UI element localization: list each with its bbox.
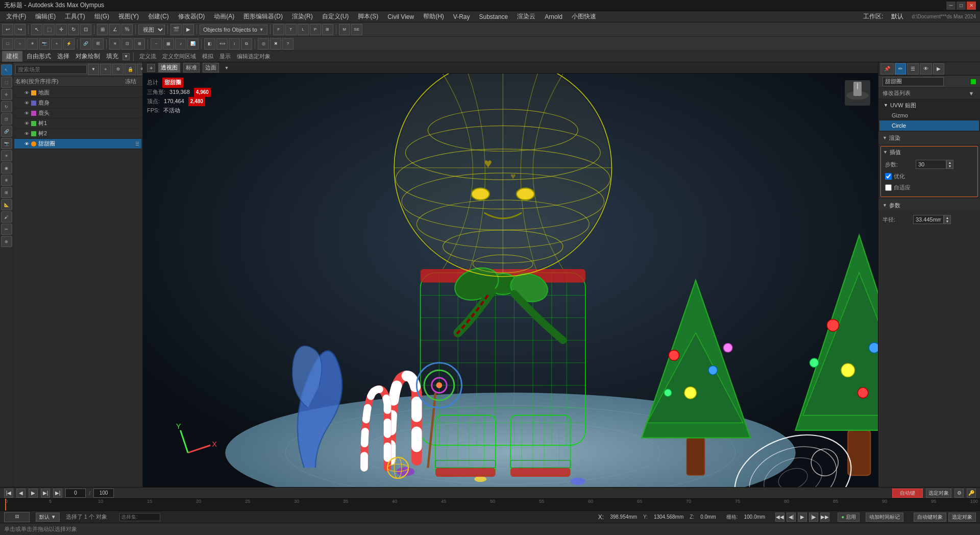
rp-tab-motion[interactable]: ▶ (933, 63, 944, 75)
view-dropdown[interactable]: 视图 (138, 25, 165, 35)
link-btn[interactable]: 🔗 (80, 38, 91, 50)
next-key-btn[interactable]: |▶ (809, 513, 818, 522)
spacing-btn[interactable]: ↕ (229, 38, 240, 50)
scene-vis-btn[interactable]: 👁 (137, 64, 142, 75)
menu-edit[interactable]: 编辑(E) (31, 11, 60, 22)
menu-create[interactable]: 创建(C) (144, 11, 173, 22)
quick-align-btn[interactable]: ⊡ (121, 38, 133, 50)
toolbar3-settings[interactable]: ▼ (122, 53, 130, 60)
display-btn[interactable]: 显示 (217, 53, 233, 60)
render-button[interactable]: ▶ (183, 24, 194, 35)
tree-item-tree2[interactable]: 👁 树2 (14, 129, 141, 139)
rp-tab-edit[interactable]: ✏ (895, 63, 906, 75)
time-tag-btn[interactable]: 动加时间标记 (866, 513, 903, 522)
current-frame-input[interactable] (65, 489, 86, 498)
tool-camera[interactable]: 📷 (1, 138, 12, 149)
track-view-btn[interactable]: 📊 (187, 38, 199, 50)
define-flow-btn[interactable]: 定义流 (137, 53, 158, 60)
create-helper-btn[interactable]: + (51, 38, 62, 50)
tool-slice[interactable]: ✂ (1, 224, 12, 235)
angle-snap-button[interactable]: ∠ (109, 24, 120, 35)
menu-custom[interactable]: 自定义(U) (318, 11, 353, 22)
tree-item-donut[interactable]: 👁 甜甜圈 ☰ (14, 139, 141, 149)
tab-populate[interactable]: 填充 (104, 52, 120, 61)
rp-tab-display[interactable]: 👁 (920, 63, 932, 75)
menu-civil-view[interactable]: Civil View (383, 12, 418, 21)
steps-spinner[interactable]: ▲ ▼ (946, 160, 953, 169)
array-btn[interactable]: ⊞ (134, 38, 145, 50)
menu-script[interactable]: 脚本(S) (354, 11, 382, 22)
menu-arnold[interactable]: Arnold (541, 12, 567, 21)
mod-stack-uvw[interactable]: ▼ UVW 贴图 (879, 100, 979, 110)
front-view-btn[interactable]: F (273, 24, 284, 35)
prev-key-btn[interactable]: ◀| (787, 513, 796, 522)
render-section-header[interactable]: ▼ 渲染 (878, 132, 980, 143)
auto-key-final-btn[interactable]: 自动键对象 (914, 513, 946, 522)
total-frames-input[interactable] (93, 489, 114, 498)
rp-tab-stack[interactable]: ☰ (907, 63, 919, 75)
tool-paint[interactable]: 🖌 (1, 211, 12, 223)
top-view-btn[interactable]: T (285, 24, 297, 35)
radius-spinner[interactable]: ▲ ▼ (944, 215, 951, 224)
play-back-btn[interactable]: ◀◀ (775, 513, 785, 522)
timeline-play-btn[interactable]: ▶ (29, 489, 38, 498)
percent-snap-button[interactable]: % (121, 24, 133, 35)
select-button[interactable]: ↖ (31, 24, 42, 35)
tree-item-body[interactable]: 👁 鹿身 (14, 98, 141, 108)
tool-move[interactable]: ✛ (1, 89, 12, 100)
timeline-prev-frame-btn[interactable]: ◀ (16, 489, 26, 498)
mode-dropdown[interactable]: 默认 ▼ (36, 513, 60, 522)
timeline-track[interactable]: 0 5 10 15 20 25 30 35 40 45 50 55 60 65 … (0, 499, 980, 510)
isolate-btn[interactable]: ◎ (258, 38, 269, 50)
selection-set-input[interactable] (119, 513, 160, 521)
adaptive-checkbox[interactable] (885, 184, 892, 191)
4view-btn[interactable]: ⊞ (322, 24, 333, 35)
create-shape-btn[interactable]: ○ (14, 38, 26, 50)
close-button[interactable]: ✕ (967, 2, 976, 10)
viewport-perspective-label[interactable]: 透视图 (158, 63, 180, 72)
mod-stack-gizmo[interactable]: Gizmo (879, 110, 979, 120)
params-header[interactable]: ▼ 参数 (878, 200, 980, 211)
play-btn[interactable]: ▶ (798, 513, 807, 522)
timeline-next-btn[interactable]: ▶| (53, 489, 62, 498)
create-camera-btn[interactable]: 📷 (39, 38, 50, 50)
viewport-plus-btn[interactable]: + (147, 64, 155, 72)
tool-select-region[interactable]: ⬚ (1, 77, 12, 88)
material-editor-btn[interactable]: M (339, 24, 350, 35)
steps-input[interactable] (916, 160, 946, 169)
render-setup-button[interactable]: 🎬 (170, 24, 182, 35)
tool-scale[interactable]: ⊡ (1, 113, 12, 125)
unlink-btn[interactable]: ⛓ (92, 38, 104, 50)
tab-modeling[interactable]: 建模 (2, 51, 22, 62)
motion-mixer-btn[interactable]: ♪ (175, 38, 186, 50)
menu-graph-editor[interactable]: 图形编辑器(D) (239, 11, 287, 22)
undo-button[interactable]: ↩ (2, 24, 13, 35)
mirror-btn[interactable]: ⟺ (216, 38, 228, 50)
menu-substance[interactable]: Substance (475, 12, 512, 21)
dope-sheet-btn[interactable]: ▦ (163, 38, 174, 50)
select-region-button[interactable]: ⬚ (43, 24, 55, 35)
menu-tools[interactable]: 工具(T) (61, 11, 89, 22)
tree-item-ground[interactable]: 👁 地面 (14, 88, 141, 98)
ground-freeze-btn[interactable] (133, 90, 139, 96)
modifier-list-arrow[interactable]: ▼ (967, 89, 976, 98)
objects-dropdown[interactable]: Objects fro Objects to ▼ (200, 25, 267, 35)
menu-view[interactable]: 视图(Y) (114, 11, 143, 22)
tool-select[interactable]: ↖ (1, 64, 12, 76)
tool-light[interactable]: ☀ (1, 150, 12, 161)
bone-btn[interactable]: ✳ (109, 38, 120, 50)
select-object-btn[interactable]: 选定对象 (926, 489, 951, 498)
keyframe-filter-btn[interactable]: 🔑 (967, 489, 976, 498)
viewport-standard-label[interactable]: 标准 (183, 63, 200, 72)
tool-rotate[interactable]: ↻ (1, 101, 12, 112)
persp-view-btn[interactable]: P (310, 24, 321, 35)
create-light-btn[interactable]: ☀ (27, 38, 38, 50)
optimize-checkbox[interactable] (885, 173, 892, 180)
move-button[interactable]: ✛ (56, 24, 67, 35)
menu-vray[interactable]: V-Ray (449, 12, 474, 21)
tool-pivot[interactable]: ⊕ (1, 236, 12, 247)
auto-keyframe-btn[interactable]: 自动键 (892, 489, 923, 498)
scene-filter-btn[interactable]: ▼ (88, 64, 99, 75)
redo-button[interactable]: ↪ (14, 24, 26, 35)
tool-align[interactable]: ⊞ (1, 187, 12, 198)
